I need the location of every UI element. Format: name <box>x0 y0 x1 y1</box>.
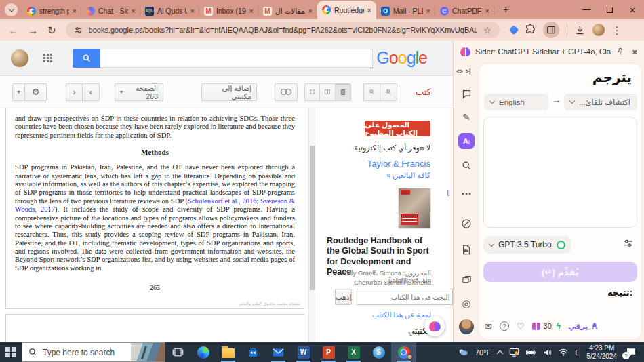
volume-icon[interactable] <box>543 348 552 357</box>
artist-tool-icon[interactable] <box>458 216 475 232</box>
collapse-code-icon[interactable]: <> <box>456 68 463 75</box>
clock[interactable]: 4:23 PM 5/24/2024 <box>587 344 618 360</box>
target-lang-select[interactable]: English <box>484 94 548 110</box>
book-cover[interactable] <box>399 188 430 228</box>
taskbar-app-edge[interactable] <box>190 342 216 362</box>
books-home-link[interactable]: كتب <box>416 87 431 97</box>
start-button[interactable] <box>0 342 22 362</box>
translate-input[interactable] <box>483 117 637 228</box>
publisher-link[interactable]: Taylor & Francis <box>324 159 430 169</box>
new-tab-button[interactable]: + <box>498 2 513 17</box>
forward-button[interactable]: → <box>28 25 38 35</box>
search-tool-icon[interactable] <box>458 157 475 174</box>
feedback-heart-icon[interactable]: ♡ <box>517 321 525 331</box>
drive-extension-icon[interactable] <box>509 25 519 35</box>
taskbar-app-chrome[interactable] <box>391 342 416 362</box>
tray-expand-icon[interactable] <box>497 350 504 357</box>
google-apps-grid-icon[interactable] <box>43 54 52 62</box>
about-book-link[interactable]: لمحة عن هذا الكتاب <box>351 310 431 319</box>
tab-close-icon[interactable]: × <box>485 7 489 15</box>
scrollbar[interactable] <box>308 108 315 342</box>
two-page-view-button[interactable] <box>320 83 336 101</box>
weather-icon[interactable] <box>458 348 468 356</box>
browser-tab[interactable]: C ChatPDF: × <box>435 3 494 19</box>
my-library-link[interactable]: مكتبتي <box>377 326 431 336</box>
taskbar-app-explorer[interactable] <box>216 342 241 362</box>
next-page-button[interactable]: › <box>66 83 83 101</box>
books-search-button[interactable] <box>73 49 100 68</box>
go-button[interactable]: إذهب <box>335 289 352 305</box>
search-highlight-image[interactable] <box>131 343 165 361</box>
settings-caret-button[interactable]: ▾ <box>12 83 25 101</box>
get-link-button[interactable] <box>275 83 298 101</box>
tab-close-icon[interactable]: × <box>190 7 195 15</box>
tab-close-icon[interactable]: × <box>249 7 254 15</box>
download-icon[interactable] <box>575 25 585 35</box>
fullscreen-button[interactable] <box>304 83 320 101</box>
profile-avatar[interactable] <box>592 24 605 36</box>
zoom-out-button[interactable] <box>363 83 380 101</box>
add-to-library-button[interactable]: إضافة إلى مكتبتي <box>201 83 257 101</box>
back-button[interactable]: ← <box>8 25 18 35</box>
model-select[interactable]: GPT-3.5 Turbo <box>483 236 571 254</box>
model-settings-icon[interactable] <box>622 238 634 249</box>
pdf-tool-icon[interactable] <box>458 241 475 258</box>
get-print-book-button[interactable]: الحصول على الكتاب المطبوع <box>365 121 430 136</box>
task-view-button[interactable] <box>165 342 190 362</box>
extensions-puzzle-icon[interactable] <box>525 24 536 35</box>
write-tool-icon[interactable]: ✎ <box>458 109 475 125</box>
taskbar-app-skype[interactable]: S <box>366 342 391 362</box>
upgrade-button[interactable]: يرقي <box>568 322 599 331</box>
language-indicator[interactable]: E <box>575 348 580 357</box>
settings-gear-button[interactable]: ⚙ <box>25 83 47 101</box>
address-bar[interactable]: books.google.ps/books?hl=ar&lr=&id=nfAIE… <box>66 22 500 38</box>
tab-close-icon[interactable]: × <box>132 7 136 15</box>
tab-search-button[interactable] <box>5 3 18 16</box>
taskbar-app-store[interactable] <box>241 342 266 362</box>
books-search-input[interactable] <box>100 49 373 68</box>
bookmark-star-icon[interactable]: ☆ <box>483 25 491 35</box>
panel-resize-handle[interactable]: ‖ <box>447 188 449 198</box>
books-account-avatar[interactable] <box>11 49 28 67</box>
tab-close-icon[interactable]: × <box>73 7 77 15</box>
browser-tab[interactable]: O Mail - PLE × <box>376 3 435 19</box>
boost-icon[interactable]: ϟ <box>557 321 561 331</box>
sider-floating-button[interactable] <box>424 316 445 336</box>
tab-close-icon[interactable]: × <box>308 7 313 15</box>
pin-icon[interactable] <box>616 47 624 56</box>
collapse-panel-icon[interactable]: >| <box>466 68 470 75</box>
close-window-button[interactable]: × <box>621 0 644 19</box>
close-panel-icon[interactable]: × <box>632 47 637 57</box>
maximize-button[interactable] <box>598 0 621 19</box>
taskbar-search[interactable]: Type here to search <box>22 342 165 362</box>
url-text[interactable]: books.google.ps/books?hl=ar&lr=&id=nfAIE… <box>89 26 477 34</box>
wifi-icon[interactable] <box>559 348 568 356</box>
taskbar-app-word[interactable]: W <box>291 342 316 362</box>
single-page-view-button[interactable] <box>336 83 351 101</box>
more-tools-icon[interactable]: … <box>458 183 475 199</box>
tray-monitor-icon[interactable] <box>509 348 519 357</box>
scrollbar-thumb[interactable] <box>310 146 315 290</box>
temperature-label[interactable]: 70°F <box>475 348 491 357</box>
help-icon[interactable]: ? <box>500 321 509 331</box>
browser-tab[interactable]: M المقالات ال × <box>258 3 317 19</box>
source-lang-select[interactable]: اكتشاف تلقائ... <box>564 94 637 110</box>
browser-tab[interactable]: strength p × <box>22 3 81 19</box>
book-search-input[interactable] <box>357 289 453 305</box>
reload-button[interactable]: ↻ <box>47 25 56 35</box>
all-sellers-link[interactable]: كافة البائعين » <box>324 171 430 180</box>
email-icon[interactable]: ✉ <box>485 321 492 331</box>
user-avatar[interactable] <box>458 319 475 335</box>
translate-tool-icon[interactable]: Aا <box>458 133 475 149</box>
site-settings-icon[interactable] <box>74 26 83 35</box>
ocr-tool-icon[interactable]: ◎ <box>458 296 475 312</box>
browser-tab[interactable]: M Inbox (19 × <box>199 3 258 19</box>
side-panel-toggle[interactable] <box>543 22 559 38</box>
taskbar-app-excel[interactable]: X <box>341 342 366 362</box>
credits-gift-icon[interactable] <box>532 323 540 330</box>
page-select-dropdown[interactable]: الصفحة 263 ▾ <box>115 83 163 101</box>
book-page[interactable]: and draw up perspectives on SDP in these… <box>5 108 304 309</box>
tab-close-icon[interactable]: × <box>426 7 430 15</box>
zoom-in-button[interactable] <box>380 83 397 101</box>
minimize-button[interactable]: — <box>575 0 598 19</box>
